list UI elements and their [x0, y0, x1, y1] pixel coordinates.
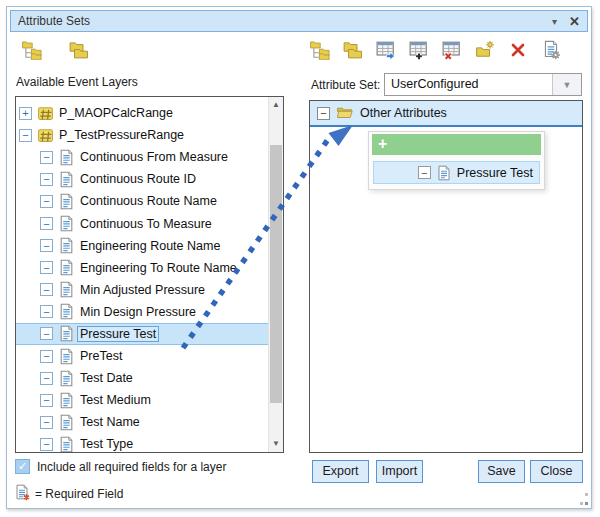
tree-item-label: Continuous To Measure — [80, 217, 212, 231]
collapse-icon[interactable]: − — [40, 350, 53, 363]
tree-item[interactable]: − Test Medium — [16, 389, 268, 411]
expand-icon[interactable]: + — [19, 107, 32, 120]
save-button[interactable]: Save — [478, 460, 525, 483]
scroll-up-icon[interactable]: ▲ — [269, 97, 283, 113]
dialog-title: Attribute Sets — [18, 14, 90, 28]
tree-item[interactable]: − Min Adjusted Pressure — [16, 279, 268, 301]
field-icon — [58, 348, 75, 365]
tree-item[interactable]: − Continuous Route Name — [16, 190, 268, 212]
tree-view-button[interactable] — [310, 40, 330, 60]
collapse-icon[interactable]: − — [317, 107, 330, 120]
dragged-item: − Pressure Test — [373, 161, 540, 184]
collapse-icon[interactable]: − — [40, 438, 53, 451]
event-layer-icon — [37, 127, 54, 144]
scroll-down-icon[interactable]: ▼ — [269, 436, 283, 452]
tree-item-selected[interactable]: − Pressure Test — [16, 323, 268, 345]
report-settings-icon — [541, 40, 561, 60]
available-event-layers-panel: + P_MAOPCalcRange − P_TestPressureRange … — [15, 96, 284, 453]
tree-item-label: Engineering Route Name — [80, 239, 220, 253]
tree-item[interactable]: − Test Name — [16, 411, 268, 433]
collapse-icon[interactable]: − — [19, 129, 32, 142]
field-icon — [58, 436, 75, 453]
tree-item-label: Min Adjusted Pressure — [80, 283, 205, 297]
tree-item[interactable]: − Engineering To Route Name — [16, 257, 268, 279]
collapse-icon[interactable]: − — [40, 327, 53, 340]
tree-view-button[interactable] — [22, 40, 42, 60]
delete-button[interactable] — [508, 40, 528, 60]
field-icon — [58, 259, 75, 276]
tree-item[interactable]: − Min Design Pressure — [16, 301, 268, 323]
drop-allowed-indicator: + — [372, 134, 541, 155]
field-icon — [58, 237, 75, 254]
dropdown-button[interactable]: ▼ — [552, 74, 581, 95]
collapse-icon[interactable]: − — [40, 394, 53, 407]
collapse-icon[interactable]: − — [40, 195, 53, 208]
tree-item-label: Continuous From Measure — [80, 150, 228, 164]
include-required-fields-label: Include all required fields for a layer — [37, 460, 226, 474]
field-icon — [58, 303, 75, 320]
collapse-folders-icon — [69, 40, 89, 60]
tree-item-label: Test Name — [80, 415, 140, 429]
field-icon — [58, 325, 75, 342]
scrollbar[interactable]: ▲ ▼ — [268, 97, 283, 452]
tree-item[interactable]: − Test Type — [16, 433, 268, 453]
tree-item[interactable]: − Test Date — [16, 367, 268, 389]
collapse-icon[interactable]: − — [40, 151, 53, 164]
collapse-icon[interactable]: − — [40, 173, 53, 186]
tree-item-label: P_TestPressureRange — [59, 128, 184, 142]
left-toolbar — [22, 40, 89, 60]
resize-grip[interactable] — [576, 493, 588, 505]
collapse-icon[interactable]: − — [40, 283, 53, 296]
plus-icon: + — [378, 135, 387, 152]
collapse-icon[interactable]: − — [40, 416, 53, 429]
other-attributes-node[interactable]: − Other Attributes — [310, 101, 582, 127]
field-icon — [58, 215, 75, 232]
attribute-set-dropdown[interactable]: UserConfigured ▼ — [384, 73, 582, 96]
tree-item-label: Test Medium — [80, 393, 151, 407]
tree-item-label: P_MAOPCalcRange — [59, 106, 173, 120]
tree-item-label: Continuous Route ID — [80, 172, 196, 186]
report-settings-button[interactable] — [541, 40, 561, 60]
delete-icon — [508, 40, 528, 60]
tree-item[interactable]: + P_MAOPCalcRange — [16, 102, 268, 124]
tree-item[interactable]: − P_TestPressureRange — [16, 124, 268, 146]
collapse-folders-icon — [343, 40, 363, 60]
tree-item[interactable]: − PreTest — [16, 345, 268, 367]
collapse-icon[interactable]: − — [40, 239, 53, 252]
close-button[interactable]: Close — [530, 460, 583, 483]
collapse-icon[interactable]: − — [40, 217, 53, 230]
title-bar[interactable]: Attribute Sets ▾ ✕ — [10, 10, 588, 32]
tree-item[interactable]: − Continuous From Measure — [16, 146, 268, 168]
scrollbar-thumb[interactable] — [270, 145, 282, 403]
tree-item-label: PreTest — [80, 349, 122, 363]
collapse-dialog-icon[interactable]: ▾ — [552, 16, 557, 27]
tree-item-label: Min Design Pressure — [80, 305, 196, 319]
table-add-button[interactable] — [409, 40, 429, 60]
collapse-icon[interactable]: − — [40, 372, 53, 385]
import-button[interactable]: Import — [376, 460, 423, 483]
close-icon[interactable]: ✕ — [569, 14, 580, 29]
event-layers-tree: + P_MAOPCalcRange − P_TestPressureRange … — [16, 102, 268, 453]
collapse-folders-button[interactable] — [69, 40, 89, 60]
field-icon — [58, 370, 75, 387]
tree-item[interactable]: − Continuous To Measure — [16, 212, 268, 234]
table-export-button[interactable] — [376, 40, 396, 60]
tree-item-label: Continuous Route Name — [80, 194, 217, 208]
tree-item-label: Test Type — [80, 437, 133, 451]
folder-new-button[interactable] — [475, 40, 495, 60]
tree-item[interactable]: − Engineering Route Name — [16, 235, 268, 257]
tree-item[interactable]: − Continuous Route ID — [16, 168, 268, 190]
field-icon — [58, 281, 75, 298]
collapse-folders-button[interactable] — [343, 40, 363, 60]
collapse-icon[interactable]: − — [40, 305, 53, 318]
field-icon — [58, 392, 75, 409]
export-button[interactable]: Export — [312, 460, 369, 483]
table-remove-button[interactable] — [442, 40, 462, 60]
field-icon — [58, 171, 75, 188]
field-icon — [58, 193, 75, 210]
required-field-legend: = Required Field — [35, 487, 123, 501]
drag-preview: + − Pressure Test — [368, 131, 545, 190]
collapse-icon[interactable]: − — [40, 261, 53, 274]
include-required-fields-checkbox[interactable]: ✓ — [15, 459, 30, 474]
tree-item-label: Test Date — [80, 371, 133, 385]
